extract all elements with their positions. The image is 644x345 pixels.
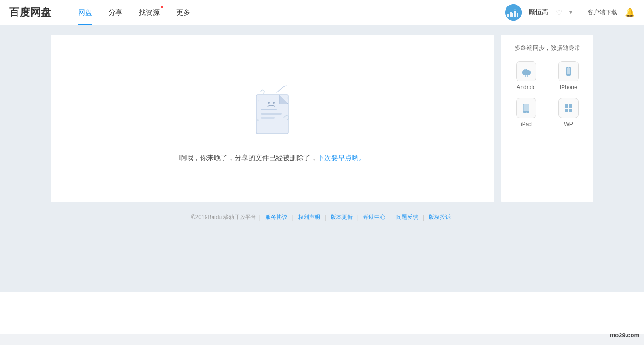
footer: ©2019Baidu 移动开放平台 | 服务协议 | 权利声明 | 版本更新 |…: [182, 202, 462, 229]
bottom-band: [0, 292, 644, 334]
footer-link-feedback[interactable]: 问题反馈: [396, 213, 418, 221]
vertical-divider: [580, 8, 580, 17]
main-nav: 网盘 分享 找资源 更多: [70, 0, 505, 25]
svg-rect-5: [517, 13, 518, 17]
svg-point-35: [526, 112, 527, 113]
android-icon: [520, 65, 532, 77]
svg-rect-25: [522, 71, 523, 74]
svg-rect-4: [514, 11, 516, 17]
device-iphone[interactable]: iPhone: [551, 61, 586, 91]
highlight-text: 下次要早点哟。: [317, 154, 366, 161]
svg-point-19: [288, 97, 289, 99]
svg-rect-39: [569, 109, 572, 112]
svg-rect-36: [565, 104, 568, 108]
device-android[interactable]: Android: [509, 61, 544, 91]
iphone-label: iPhone: [560, 84, 577, 91]
main-card: 啊哦，你来晚了，分享的文件已经被删除了，下次要早点哟。: [51, 34, 494, 202]
svg-rect-3: [512, 13, 513, 17]
svg-rect-15: [261, 117, 275, 119]
iphone-icon-box: [558, 61, 579, 81]
device-wp[interactable]: WP: [551, 98, 586, 127]
svg-point-17: [273, 102, 275, 104]
svg-rect-32: [568, 67, 569, 68]
nav-item-netdisk[interactable]: 网盘: [70, 0, 100, 25]
device-ipad[interactable]: iPad: [509, 98, 544, 127]
svg-rect-1: [507, 14, 509, 17]
device-grid: Android iPhone: [509, 61, 586, 127]
side-panel: 多终端同步，数据随身带: [501, 34, 593, 202]
avatar: [505, 4, 522, 21]
chevron-down-icon[interactable]: ▾: [569, 9, 572, 16]
wp-icon-box: [558, 98, 579, 118]
footer-link-rights[interactable]: 权利声明: [298, 213, 320, 221]
svg-point-23: [525, 69, 526, 70]
download-link[interactable]: 客户端下载: [587, 8, 617, 17]
svg-rect-28: [527, 75, 528, 77]
nav-item-share[interactable]: 分享: [100, 0, 131, 25]
logo[interactable]: 百度网盘: [9, 6, 52, 19]
svg-point-31: [568, 75, 569, 75]
heart-icon[interactable]: ♡: [556, 8, 562, 17]
svg-rect-7: [510, 11, 511, 12]
wp-label: WP: [564, 121, 573, 127]
ipad-label: iPad: [521, 121, 532, 127]
svg-rect-6: [508, 13, 509, 14]
svg-point-18: [257, 119, 259, 121]
svg-rect-27: [525, 75, 526, 77]
android-icon-box: [516, 61, 536, 81]
error-message: 啊哦，你来晚了，分享的文件已经被删除了，下次要早点哟。: [179, 152, 366, 163]
iphone-icon: [563, 65, 575, 77]
nav-item-find[interactable]: 找资源: [131, 0, 168, 25]
footer-link-copyright[interactable]: 版权投诉: [429, 213, 451, 221]
footer-link-service[interactable]: 服务协议: [265, 213, 288, 221]
content-wrapper: 啊哦，你来晚了，分享的文件已经被删除了，下次要早点哟。 多终端同步，数据随身带: [51, 34, 593, 202]
svg-rect-26: [530, 71, 531, 74]
svg-point-20: [258, 100, 259, 101]
main-background: 啊哦，你来晚了，分享的文件已经被删除了，下次要早点哟。 多终端同步，数据随身带: [0, 25, 644, 292]
user-name[interactable]: 顾恒高: [529, 8, 548, 17]
watermark: mo29.com: [610, 332, 639, 339]
svg-rect-2: [510, 12, 512, 17]
bell-icon[interactable]: 🔔: [625, 7, 635, 17]
svg-rect-34: [524, 104, 529, 111]
ipad-icon-box: [516, 98, 536, 118]
nav-item-more[interactable]: 更多: [168, 0, 198, 25]
svg-rect-38: [565, 109, 568, 112]
nav-dot: [161, 6, 163, 8]
svg-rect-13: [261, 109, 277, 110]
svg-rect-14: [261, 113, 282, 115]
copyright: ©2019Baidu 移动开放平台: [191, 213, 257, 221]
side-panel-title: 多终端同步，数据随身带: [509, 44, 586, 52]
wp-icon: [563, 102, 575, 114]
android-label: Android: [517, 84, 535, 91]
svg-point-16: [268, 102, 270, 104]
header: 百度网盘 网盘 分享 找资源 更多: [0, 0, 644, 25]
svg-point-24: [527, 69, 528, 70]
svg-rect-30: [567, 68, 570, 74]
footer-link-update[interactable]: 版本更新: [331, 213, 353, 221]
ipad-icon: [520, 102, 532, 114]
svg-rect-0: [505, 4, 522, 21]
footer-links: ©2019Baidu 移动开放平台 | 服务协议 | 权利声明 | 版本更新 |…: [191, 213, 453, 221]
header-right: 顾恒高 ♡ ▾ 客户端下载 🔔: [505, 4, 635, 21]
error-illustration: [236, 74, 309, 138]
svg-rect-37: [569, 104, 572, 108]
footer-link-help[interactable]: 帮助中心: [363, 213, 385, 221]
